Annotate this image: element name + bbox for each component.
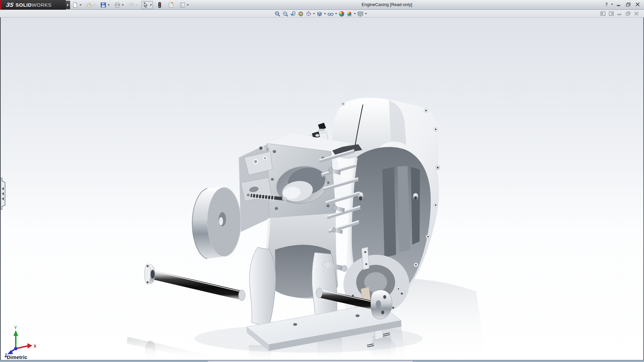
section-view-button[interactable] [297, 10, 305, 17]
apply-scene-dropdown-arrow[interactable] [354, 13, 356, 14]
triad-y-label: Y [14, 325, 17, 330]
display-style-button[interactable] [316, 10, 327, 17]
new-button[interactable] [71, 1, 83, 9]
open-dropdown-arrow[interactable] [94, 4, 96, 6]
print-button[interactable] [113, 1, 125, 9]
help-icon[interactable]: ? [605, 2, 608, 7]
heads-up-toolbar-row [0, 10, 644, 17]
restore-icon [626, 2, 631, 7]
featuremanager-collapsed-tab[interactable] [1, 178, 6, 210]
select-dropdown-arrow[interactable] [150, 4, 152, 6]
open-button[interactable] [85, 1, 97, 9]
save-button[interactable] [99, 1, 111, 9]
view-settings-dropdown-arrow[interactable] [365, 13, 367, 14]
document-minimize-button[interactable] [616, 11, 623, 16]
view-orientation-label: *Dimetric [5, 354, 28, 360]
minimize-icon [616, 2, 621, 6]
rebuild-traffic-light-icon [157, 2, 163, 8]
close-button[interactable] [634, 1, 641, 7]
shaft-left [145, 264, 245, 301]
hide-show-items-button[interactable] [327, 10, 338, 17]
undo-button[interactable] [127, 1, 139, 9]
display-style-cube-icon [316, 11, 323, 17]
solidworks-logo: ЗS SOLIDWORKS [1, 0, 66, 10]
pane-right-toggle[interactable] [608, 11, 614, 16]
previous-view-button[interactable] [289, 10, 297, 17]
solidworks-logo-icon: ЗS [6, 2, 14, 8]
document-minimize-icon [617, 11, 622, 15]
heads-up-view-toolbar [274, 10, 368, 17]
document-close-icon [634, 11, 639, 16]
help-dropdown-arrow[interactable] [611, 4, 613, 5]
menu-flyout-tab[interactable] [66, 1, 70, 9]
options-button[interactable] [178, 1, 190, 9]
window-controls: ? [605, 1, 642, 7]
view-settings-button[interactable] [357, 10, 368, 17]
save-floppy-icon [100, 2, 106, 8]
open-folder-icon [86, 2, 92, 8]
document-close-button[interactable] [633, 11, 639, 16]
view-orientation-button[interactable] [305, 10, 316, 17]
hide-show-dropdown-arrow[interactable] [335, 13, 337, 14]
graphics-area[interactable]: Y X Z *Dimetric [0, 17, 644, 360]
rebuild-button[interactable] [156, 1, 164, 9]
minimize-button[interactable] [615, 1, 623, 7]
pane-left-toggle[interactable] [600, 11, 606, 16]
apply-scene-button[interactable] [345, 10, 357, 17]
document-restore-icon [626, 11, 631, 16]
select-cursor-icon [143, 2, 149, 8]
zoom-to-fit-button[interactable] [274, 10, 281, 17]
brand-name-light: WORKS [32, 2, 52, 8]
flyout-arrow-icon [67, 4, 69, 6]
brand-name-bold: SOLID [15, 2, 32, 8]
model-engine-casing: Y X Z [0, 17, 644, 360]
printer-icon [114, 2, 120, 8]
eyeglasses-icon [327, 11, 334, 17]
apply-scene-icon [346, 11, 353, 17]
zoom-to-fit-icon [274, 11, 281, 17]
save-dropdown-arrow[interactable] [108, 4, 110, 6]
document-restore-button[interactable] [625, 11, 631, 16]
zoom-to-area-button[interactable] [281, 10, 289, 17]
section-view-icon [298, 11, 304, 17]
restore-button[interactable] [625, 1, 632, 7]
title-bar: ЗS SOLIDWORKS [0, 0, 644, 10]
undo-dropdown-arrow[interactable] [136, 4, 138, 6]
reference-triad: Y X Z [5, 325, 37, 358]
document-window-controls [600, 11, 639, 16]
solidworks-window: ЗS SOLIDWORKS [0, 0, 644, 362]
pane-left-icon [600, 11, 605, 16]
pane-right-icon [609, 11, 614, 16]
edit-appearance-button[interactable] [338, 10, 345, 17]
view-settings-monitor-icon [357, 11, 364, 17]
view-orientation-dropdown-arrow[interactable] [313, 13, 315, 14]
zoom-to-area-icon [282, 11, 288, 17]
triad-x-label: X [34, 344, 37, 349]
file-properties-icon [168, 2, 174, 8]
left-flange-disc [192, 187, 241, 259]
undo-arrow-icon [128, 2, 135, 8]
appearance-ball-icon [338, 11, 345, 17]
options-checklist-icon [179, 2, 185, 8]
display-style-dropdown-arrow[interactable] [324, 13, 326, 14]
options-dropdown-arrow[interactable] [187, 4, 189, 6]
new-document-icon [72, 2, 78, 8]
file-properties-button[interactable] [167, 1, 175, 9]
bottom-window-border [0, 360, 644, 362]
horizontal-scrollbar-thumb[interactable] [208, 361, 413, 362]
view-orientation-cube-icon [305, 11, 312, 17]
previous-view-icon [290, 11, 296, 17]
select-button[interactable] [142, 1, 153, 9]
document-title: EngineCasing [Read-only] [362, 2, 412, 7]
standard-toolbar [71, 0, 190, 10]
print-dropdown-arrow[interactable] [122, 4, 124, 6]
close-icon [635, 2, 640, 6]
new-dropdown-arrow[interactable] [79, 4, 82, 6]
